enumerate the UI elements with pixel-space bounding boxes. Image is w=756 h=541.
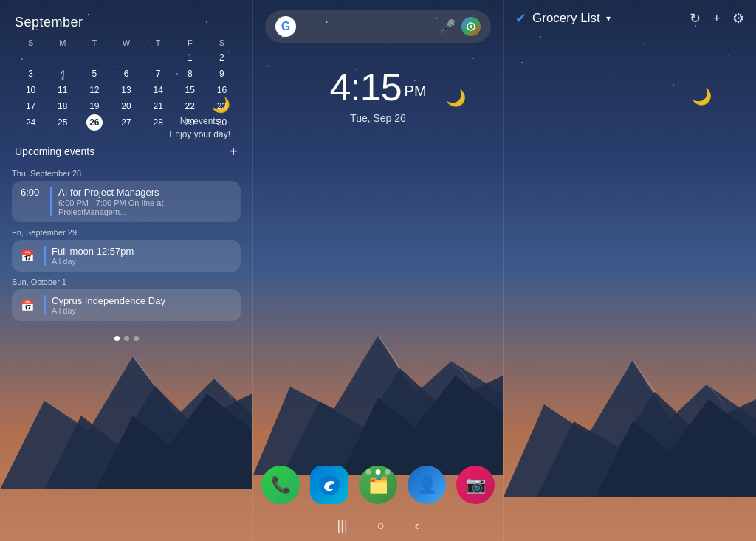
cal-week-3: 10 11 12 13 14 15 16	[15, 82, 238, 98]
cal-day-9[interactable]: 9	[206, 66, 238, 82]
svg-point-29	[728, 55, 729, 56]
search-bar[interactable]: G 🎤	[265, 10, 491, 43]
cal-day-12[interactable]: 12	[78, 82, 110, 98]
nav-back-button[interactable]: ‹	[414, 518, 419, 534]
nav-bar: ||| ○ ‹	[337, 518, 419, 534]
cal-day-4[interactable]: 4	[47, 66, 78, 82]
event-info-ai: AI for Project Managers 6:00 PM - 7:00 P…	[58, 187, 232, 216]
cal-day-13[interactable]: 13	[110, 82, 142, 98]
cal-day-11[interactable]: 11	[47, 82, 78, 98]
cal-day-5[interactable]: 5	[78, 66, 110, 82]
clock-time: 4:15	[329, 66, 401, 108]
google-lens-icon[interactable]	[461, 17, 481, 36]
event-date-sun: Sun, October 1	[12, 278, 241, 286]
event-title-ai: AI for Project Managers	[58, 187, 232, 198]
add-event-button[interactable]: +	[229, 144, 238, 159]
event-title-moon: Full moon 12:57pm	[52, 246, 232, 257]
event-group-thu: Thu, September 28 6:00 AI for Project Ma…	[12, 169, 241, 222]
cal-header-mon: M	[47, 36, 78, 49]
cal-header-fri: F	[174, 36, 206, 49]
cal-day-19[interactable]: 19	[78, 98, 110, 114]
left-panel: September S M T W T F S 1 2	[0, 0, 252, 541]
nav-recents-button[interactable]: |||	[337, 518, 348, 534]
cal-header-thu: T	[142, 36, 174, 49]
app-camera[interactable]: 📷	[456, 466, 495, 504]
moon-icon-middle: 🌙	[446, 89, 466, 108]
cal-day-3[interactable]: 3	[15, 66, 47, 82]
microphone-icon[interactable]: 🎤	[439, 18, 456, 35]
upcoming-title: Upcoming events	[15, 145, 94, 157]
dot-3-middle[interactable]	[385, 469, 391, 475]
middle-panel: G 🎤 🌙 4:15PM Tue, Sep 26 📞 🗂️ 👤 📷	[252, 0, 504, 541]
page-dots-left	[0, 327, 252, 347]
svg-point-25	[540, 36, 541, 38]
event-bar-ai	[50, 187, 52, 216]
cal-day-14[interactable]: 14	[142, 82, 174, 98]
event-card-ai[interactable]: 6:00 AI for Project Managers 6:00 PM - 7…	[12, 181, 241, 222]
app-edge[interactable]	[310, 466, 348, 504]
event-group-fri: Fri, September 29 📅 Full moon 12:57pm Al…	[12, 228, 241, 272]
event-date-thu: Thu, September 28	[12, 169, 241, 178]
cal-day-21[interactable]: 21	[142, 98, 174, 114]
svg-marker-10	[96, 393, 252, 489]
app-find-my-mobile[interactable]: 👤	[408, 466, 446, 504]
checkmark-icon: ✔	[515, 10, 526, 27]
todo-list-title: Grocery List	[532, 11, 600, 26]
cal-day-18[interactable]: 18	[47, 98, 78, 114]
dot-1-left[interactable]	[114, 336, 120, 341]
settings-button[interactable]: ⚙	[732, 10, 744, 27]
event-allday-cyprus: All day	[52, 306, 232, 315]
dot-3-left[interactable]	[134, 336, 139, 341]
cal-week-4: 17 18 19 20 21 22 23	[15, 98, 238, 114]
todo-header: ✔ Grocery List ▾ ↻ + ⚙	[504, 0, 756, 35]
event-date-fri: Fri, September 29	[12, 228, 241, 237]
cal-day-26[interactable]: 26	[78, 114, 110, 131]
cal-day-15[interactable]: 15	[174, 82, 206, 98]
event-card-cyprus[interactable]: 📅 Cyprus Independence Day All day	[12, 289, 241, 321]
event-card-moon[interactable]: 📅 Full moon 12:57pm All day	[12, 240, 241, 272]
dot-2-middle[interactable]	[376, 469, 381, 475]
cal-day-24[interactable]: 24	[15, 114, 47, 131]
nav-home-button[interactable]: ○	[377, 518, 385, 534]
no-events-label: No events	[169, 114, 230, 128]
svg-point-27	[643, 44, 645, 45]
event-bar-moon	[44, 246, 46, 266]
upcoming-header: Upcoming events +	[12, 138, 241, 165]
cal-day-10[interactable]: 10	[15, 82, 47, 98]
cal-day-25[interactable]: 25	[47, 114, 78, 131]
moon-icon: 🌙	[212, 96, 230, 114]
event-info-moon: Full moon 12:57pm All day	[52, 246, 232, 266]
no-events-area: No events Enjoy your day!	[169, 114, 230, 141]
cal-header-tue: T	[78, 36, 110, 49]
add-todo-button[interactable]: +	[712, 11, 721, 27]
dot-1-middle[interactable]	[366, 469, 371, 475]
clock-date: Tue, Sep 26	[253, 112, 503, 124]
moon-icon-right: 🌙	[692, 87, 712, 106]
cal-day-1[interactable]: 1	[174, 49, 206, 66]
calendar-icon-cyprus: 📅	[21, 299, 35, 312]
cal-day-27[interactable]: 27	[110, 114, 142, 131]
enjoy-day-label: Enjoy your day!	[169, 128, 230, 141]
dot-2-left[interactable]	[124, 336, 129, 341]
cal-day-7[interactable]: 7	[142, 66, 174, 82]
clock-ampm: PM	[405, 83, 427, 99]
calendar-month: September	[15, 15, 238, 30]
chevron-down-icon[interactable]: ▾	[606, 13, 611, 24]
event-info-cyprus: Cyprus Independence Day All day	[52, 295, 232, 315]
cal-day-17[interactable]: 17	[15, 98, 47, 114]
clock-area: 4:15PM Tue, Sep 26	[253, 43, 503, 131]
right-panel: ✔ Grocery List ▾ ↻ + ⚙ 🌙 You're all done…	[504, 0, 756, 541]
calendar-icon-moon: 📅	[21, 249, 35, 263]
cal-header-sat: S	[206, 36, 238, 49]
cal-day-8[interactable]: 8	[174, 66, 206, 82]
event-subtitle-ai: 6:00 PM - 7:00 PM On-line at ProjectMana…	[58, 199, 232, 216]
cal-day-20[interactable]: 20	[110, 98, 142, 114]
cal-day-2[interactable]: 2	[206, 49, 238, 66]
cal-day-6[interactable]: 6	[110, 66, 142, 82]
svg-point-30	[521, 62, 523, 63]
refresh-button[interactable]: ↻	[690, 10, 701, 27]
cal-day-22[interactable]: 22	[174, 98, 206, 114]
app-phone[interactable]: 📞	[261, 466, 300, 504]
cal-header-sun: S	[15, 36, 47, 49]
svg-point-31	[614, 72, 614, 72]
